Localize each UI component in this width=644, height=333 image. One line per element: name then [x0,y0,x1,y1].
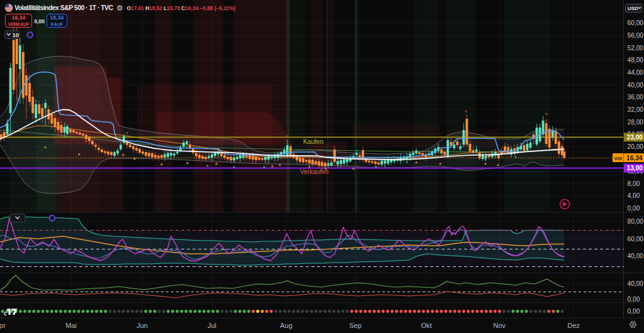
svg-text:0,00: 0,00 [628,205,640,212]
svg-text:0,00: 0,00 [628,308,640,315]
svg-text:40,00: 40,00 [628,82,644,89]
svg-text:40,00: 40,00 [628,253,644,259]
svg-text:VIX: VIX [614,156,623,161]
svg-text:Okt: Okt [421,322,431,329]
svg-text:Aug: Aug [280,322,292,329]
svg-text:4,00: 4,00 [628,192,640,199]
svg-text:Dez: Dez [567,322,580,329]
svg-text:13,00: 13,00 [627,165,643,172]
svg-text:O17,41 H18,52 L15,78 C16,34 −0: O17,41 H18,52 L15,78 C16,34 −0,88 (−5,11… [127,5,236,11]
svg-text:Volatilitätsindex S&P 500 · 1T: Volatilitätsindex S&P 500 · 1T · TVC [14,4,114,11]
svg-text:16,34: 16,34 [626,155,643,161]
svg-text:Kaufen: Kaufen [303,138,323,145]
svg-text:10: 10 [13,31,19,38]
svg-text:Jun: Jun [136,322,148,329]
svg-text:16,34: 16,34 [50,14,64,21]
svg-text:KAUF: KAUF [51,22,64,26]
svg-text:16,34: 16,34 [12,14,26,21]
svg-text:Verkaufen: Verkaufen [300,168,329,175]
svg-text:44,00: 44,00 [628,69,644,76]
svg-text:48,00: 48,00 [628,57,644,63]
svg-text:23,00: 23,00 [627,134,643,141]
svg-text:0,00: 0,00 [34,18,45,25]
svg-text:Jul: Jul [208,322,216,329]
svg-text:32,00: 32,00 [628,106,644,113]
svg-text:Sep: Sep [349,322,362,329]
svg-text:52,00: 52,00 [628,45,644,52]
svg-text:0,00: 0,00 [628,296,640,303]
svg-text:36,00: 36,00 [628,94,644,101]
svg-text:Apr: Apr [0,322,6,329]
svg-text:VERKAUF: VERKAUF [8,22,30,26]
svg-text:60,00: 60,00 [628,19,644,26]
svg-text:Mai: Mai [65,322,77,329]
svg-text:28,00: 28,00 [628,119,644,126]
svg-text:USD: USD [628,6,638,11]
svg-text:80,00: 80,00 [628,218,644,225]
svg-text:Nov: Nov [493,322,506,329]
svg-text:8,00: 8,00 [628,180,640,187]
svg-text:20,00: 20,00 [628,143,644,150]
svg-text:56,00: 56,00 [628,32,644,39]
svg-text:60,00: 60,00 [628,236,644,243]
svg-text:40,00: 40,00 [628,280,644,287]
